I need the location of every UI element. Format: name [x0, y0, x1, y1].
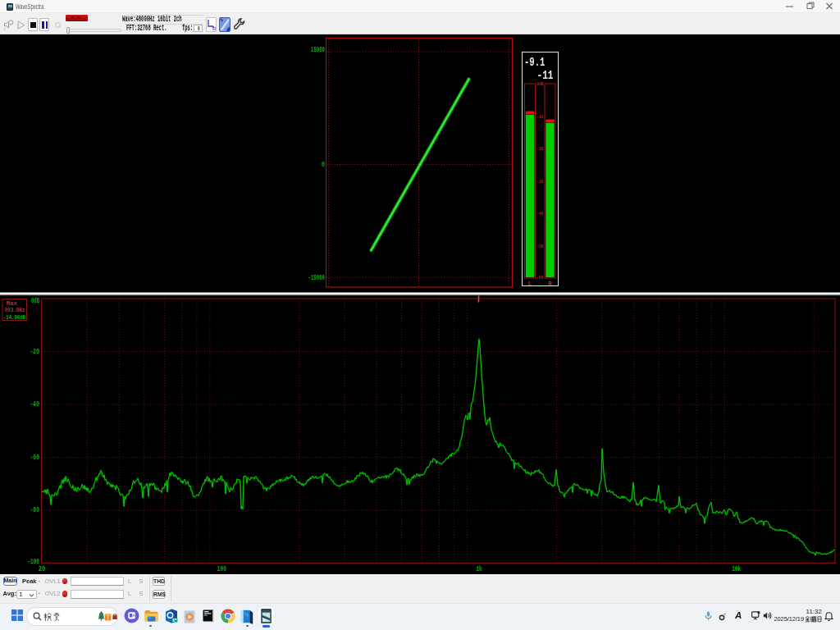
svg-text:0: 0	[322, 161, 325, 169]
svg-text:0dB: 0dB	[31, 297, 39, 305]
svg-text:20: 20	[39, 565, 46, 573]
svg-text:L: L	[528, 281, 532, 287]
svg-text:Max: Max	[7, 301, 17, 307]
svg-text:R: R	[212, 26, 217, 31]
svg-text:15000: 15000	[311, 46, 325, 54]
svg-text:-14.96dB: -14.96dB	[3, 315, 25, 321]
svg-text:-30: -30	[536, 179, 544, 185]
svg-text:-80: -80	[30, 506, 40, 514]
svg-text:-11: -11	[537, 68, 554, 83]
svg-text:-60: -60	[30, 454, 40, 462]
svg-text:-40: -40	[30, 400, 40, 409]
svg-text:10k: 10k	[732, 565, 741, 573]
svg-text:-20: -20	[536, 146, 544, 152]
svg-text:100: 100	[217, 565, 226, 573]
svg-text:-40: -40	[536, 211, 544, 217]
svg-text:-20: -20	[30, 348, 40, 356]
svg-text:-50: -50	[536, 244, 544, 249]
svg-text:1k: 1k	[477, 565, 482, 573]
svg-text:-15000: -15000	[308, 274, 326, 282]
svg-text:-60: -60	[536, 275, 544, 281]
svg-text:993.9Hz: 993.9Hz	[5, 308, 25, 313]
svg-text:-10: -10	[536, 114, 544, 120]
svg-text:R: R	[548, 281, 552, 287]
